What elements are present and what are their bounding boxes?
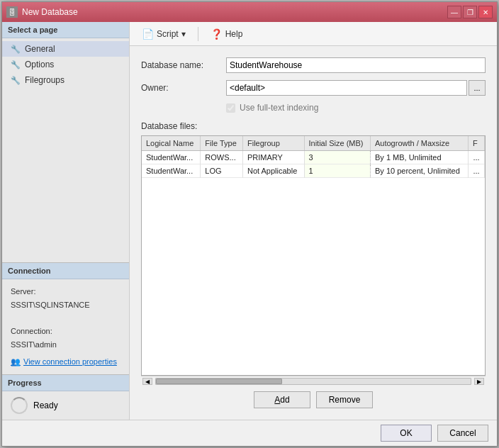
cell-extra[interactable]: ... xyxy=(468,151,484,164)
select-page-label: Select a page xyxy=(2,22,129,38)
script-button[interactable]: 📄 Script ▾ xyxy=(135,26,192,43)
close-button[interactable]: ✕ xyxy=(478,6,493,18)
filegroups-icon: 🔧 xyxy=(11,76,21,85)
main-content: Select a page 🔧 General 🔧 Options 🔧 File… xyxy=(2,22,497,420)
sidebar-progress: Progress Ready xyxy=(2,374,129,420)
sidebar: Select a page 🔧 General 🔧 Options 🔧 File… xyxy=(2,22,130,420)
window-icon: 🗄 xyxy=(6,6,18,18)
table-header-row: Logical Name File Type Filegroup Initial… xyxy=(142,136,485,151)
cell-autogrowth: By 1 MB, Unlimited xyxy=(370,151,468,164)
db-name-input[interactable] xyxy=(226,57,486,73)
sidebar-item-filegroups-label: Filegroups xyxy=(25,75,65,85)
sidebar-item-general[interactable]: 🔧 General xyxy=(2,41,129,57)
connection-link-icon: 👥 xyxy=(11,355,21,369)
connection-title: Connection xyxy=(2,263,129,279)
sidebar-connection: Connection Server: SSSIT\SQLINSTANCE Con… xyxy=(2,262,129,374)
title-bar-controls: — ❐ ✕ xyxy=(447,6,493,18)
scrollbar-thumb[interactable] xyxy=(156,379,282,384)
right-content: 📄 Script ▾ ❓ Help Database name: xyxy=(130,22,497,420)
col-logical-name: Logical Name xyxy=(142,136,201,151)
restore-button[interactable]: ❐ xyxy=(463,6,477,18)
progress-title: Progress xyxy=(2,375,129,391)
scroll-left-btn[interactable]: ◀ xyxy=(142,378,152,385)
owner-browse-button[interactable]: ... xyxy=(469,80,486,96)
cell-extra[interactable]: ... xyxy=(468,164,484,178)
horizontal-scrollbar[interactable]: ◀ ▶ xyxy=(141,376,486,386)
help-button[interactable]: ❓ Help xyxy=(204,26,250,43)
help-icon: ❓ xyxy=(211,28,223,40)
connection-value: SSSIT\admin xyxy=(11,338,120,352)
col-filegroup: Filegroup xyxy=(242,136,304,151)
table-row[interactable]: StudentWar... ROWS... PRIMARY 3 By 1 MB,… xyxy=(142,151,485,164)
cell-logical-name: StudentWar... xyxy=(142,164,201,178)
col-extra: F xyxy=(468,136,484,151)
progress-status: Ready xyxy=(33,401,58,410)
scrollbar-track[interactable] xyxy=(155,378,471,385)
progress-content: Ready xyxy=(2,391,129,420)
form-content: Database name: Owner: ... U xyxy=(130,46,497,420)
script-icon: 📄 xyxy=(142,28,154,40)
db-files-table: Logical Name File Type Filegroup Initial… xyxy=(142,136,485,178)
cell-file-type: ROWS... xyxy=(201,151,243,164)
owner-label: Owner: xyxy=(141,83,226,93)
sidebar-item-options[interactable]: 🔧 Options xyxy=(2,57,129,72)
db-files-table-container[interactable]: Logical Name File Type Filegroup Initial… xyxy=(141,135,486,376)
server-label: Server: xyxy=(11,285,120,298)
toolbar: 📄 Script ▾ ❓ Help xyxy=(130,22,497,46)
sidebar-item-options-label: Options xyxy=(25,60,54,69)
new-database-window: 🗄 New Database — ❐ ✕ Select a page 🔧 Gen… xyxy=(1,1,498,447)
col-autogrowth: Autogrowth / Maxsize xyxy=(370,136,468,151)
window-title: New Database xyxy=(22,7,78,17)
table-row[interactable]: StudentWar... LOG Not Applicable 1 By 10… xyxy=(142,164,485,178)
sidebar-item-general-label: General xyxy=(25,44,55,54)
general-icon: 🔧 xyxy=(11,45,21,54)
window-bottom: OK Cancel xyxy=(2,420,497,446)
fulltext-label: Use full-text indexing xyxy=(240,103,318,113)
options-icon: 🔧 xyxy=(11,60,21,69)
sidebar-item-filegroups[interactable]: 🔧 Filegroups xyxy=(2,72,129,88)
col-initial-size: Initial Size (MB) xyxy=(304,136,370,151)
remove-button[interactable]: Remove xyxy=(316,391,373,408)
owner-browse-icon: ... xyxy=(473,84,480,92)
sidebar-items: 🔧 General 🔧 Options 🔧 Filegroups xyxy=(2,38,129,91)
fulltext-checkbox-row: Use full-text indexing xyxy=(226,103,486,113)
cell-initial-size[interactable]: 1 xyxy=(304,164,370,178)
toolbar-separator xyxy=(198,27,198,41)
cell-initial-size[interactable]: 3 xyxy=(304,151,370,164)
connection-label2: Connection: xyxy=(11,325,120,338)
remove-label: Remove xyxy=(329,395,361,405)
server-value: SSSIT\SQLINSTANCE xyxy=(11,298,120,312)
progress-spinner xyxy=(11,397,28,414)
add-button[interactable]: Add xyxy=(254,391,310,408)
add-label: Add xyxy=(274,395,289,405)
fulltext-checkbox[interactable] xyxy=(226,103,235,113)
owner-row: Owner: ... xyxy=(141,80,486,96)
cell-file-type: LOG xyxy=(201,164,243,178)
db-name-label: Database name: xyxy=(141,60,226,70)
script-dropdown-icon: ▾ xyxy=(181,29,186,39)
help-label: Help xyxy=(225,29,243,39)
title-bar: 🗄 New Database — ❐ ✕ xyxy=(2,2,497,22)
db-files-label: Database files: xyxy=(141,121,486,131)
scroll-right-btn[interactable]: ▶ xyxy=(474,378,484,385)
minimize-button[interactable]: — xyxy=(447,6,461,18)
cell-autogrowth: By 10 percent, Unlimited xyxy=(370,164,468,178)
cancel-button[interactable]: Cancel xyxy=(437,425,488,442)
col-file-type: File Type xyxy=(201,136,243,151)
view-connection-link[interactable]: 👥 View connection properties xyxy=(11,355,120,369)
db-files-section: Database files: Logical Name File Type F… xyxy=(141,121,486,408)
ok-button[interactable]: OK xyxy=(381,425,432,442)
connection-info: Server: SSSIT\SQLINSTANCE Connection: SS… xyxy=(2,279,129,374)
owner-input[interactable] xyxy=(226,80,467,96)
db-name-row: Database name: xyxy=(141,57,486,73)
connection-link-text: View connection properties xyxy=(23,355,117,369)
cell-logical-name: StudentWar... xyxy=(142,151,201,164)
cell-filegroup: PRIMARY xyxy=(242,151,304,164)
script-label: Script xyxy=(157,29,179,39)
form-actions: Add Remove xyxy=(141,391,486,408)
cell-filegroup: Not Applicable xyxy=(242,164,304,178)
title-bar-left: 🗄 New Database xyxy=(6,6,78,18)
owner-input-group: ... xyxy=(226,80,486,96)
